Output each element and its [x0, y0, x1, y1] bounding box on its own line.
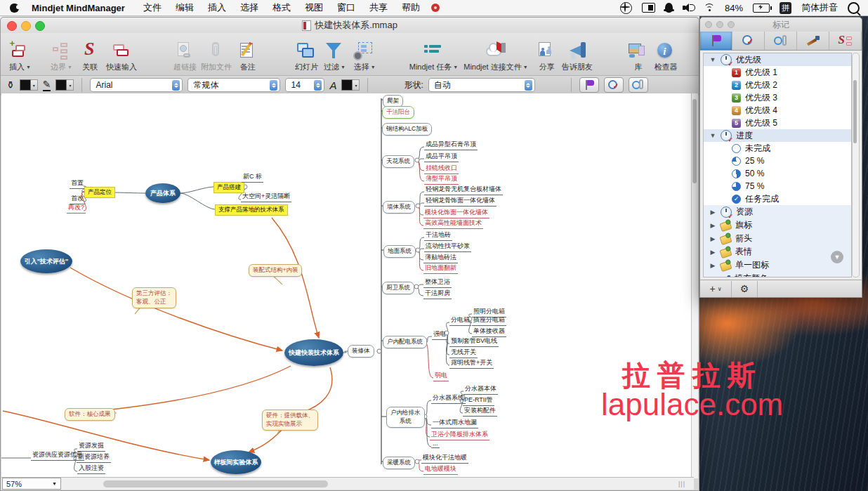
menu-item-8[interactable]: 帮助 — [395, 2, 427, 13]
map-node-n1[interactable]: 首置 — [70, 178, 85, 189]
map-node-n24[interactable]: 钢结构ALC加板 — [382, 123, 432, 136]
map-node-n44[interactable]: 强电 — [432, 329, 447, 340]
map-node-n42[interactable]: 干法厨房 — [423, 289, 452, 299]
map-node-n14[interactable]: 装修体 — [348, 345, 374, 358]
map-node-n40[interactable]: 厨卫系统 — [382, 282, 414, 294]
map-node-n31[interactable]: 轻钢龙骨无机复合板材墙体 — [424, 185, 503, 195]
disclosure-triangle[interactable]: ▼ — [709, 132, 716, 139]
shape-select[interactable]: 自动 — [428, 78, 535, 92]
relationship-line[interactable] — [69, 366, 291, 414]
apple-menu-icon[interactable] — [10, 4, 19, 13]
marker-item[interactable]: 25 % — [704, 155, 851, 167]
font-size-stepper[interactable]: 14 — [285, 78, 324, 92]
wifi-icon[interactable] — [704, 4, 715, 12]
toolbar-button-slides[interactable]: 幻灯片 — [295, 41, 318, 72]
disclosure-triangle[interactable]: ▼ — [709, 56, 716, 63]
relationship-line[interactable] — [272, 218, 319, 338]
toolbar-button-filter[interactable]: 过滤▼ — [324, 41, 346, 72]
map-node-n59[interactable]: 卫浴小降板排水体系 — [430, 430, 489, 440]
panel-scrollbar[interactable] — [852, 53, 860, 277]
globe-icon[interactable] — [620, 2, 632, 14]
map-node-n15[interactable]: 软件：核心成果 — [65, 408, 115, 421]
marker-group-进度[interactable]: ▼进度 — [704, 129, 851, 142]
map-node-n52[interactable]: 弱电 — [433, 371, 449, 381]
map-node-n11[interactable]: 第三方评估： 客观、公正 — [132, 287, 176, 308]
panel-tab-task-info[interactable]: ✓ — [732, 32, 765, 50]
toolbar-button-megaphone[interactable]: 告诉朋友 — [562, 41, 593, 72]
toolbar-button-share[interactable]: 分享 — [537, 41, 558, 72]
menu-item-0[interactable]: 文件 — [136, 2, 169, 13]
qq-icon[interactable] — [665, 3, 673, 13]
font-color-picker[interactable]: ▾ — [341, 79, 360, 91]
toolbar-button-note[interactable]: 备注 — [237, 41, 258, 72]
map-node-n48[interactable]: 单体接收器 — [472, 327, 506, 337]
fill-tool-icon[interactable]: ⚱ — [6, 79, 15, 91]
marker-group-填充颜色[interactable]: ▶填充颜色 — [704, 272, 851, 277]
map-node-n61[interactable]: 采暖系统 — [383, 457, 415, 469]
panel-titlebar[interactable]: 标记 — [700, 18, 862, 32]
map-node-n49[interactable]: 预制套管BV电线 — [449, 336, 499, 347]
marker-flag-button[interactable] — [579, 77, 599, 93]
panel-tab-relationship-style[interactable]: S — [829, 32, 862, 50]
map-node-n32[interactable]: 轻钢龙骨饰面一体化墙体 — [424, 196, 497, 207]
map-node-n3[interactable]: 再改? — [67, 203, 86, 214]
links-attachments-button[interactable] — [629, 77, 648, 93]
font-weight-select[interactable]: 常规体 — [188, 78, 280, 92]
marker-group-表情[interactable]: ▶表情 — [704, 245, 851, 258]
display-mirroring-icon[interactable] — [642, 3, 655, 13]
toolbar-button-inspector[interactable]: i检查器 — [655, 41, 678, 72]
vertical-scrollbar[interactable] — [691, 93, 698, 478]
volume-icon[interactable] — [683, 4, 694, 12]
map-node-n30[interactable]: 墙体系统 — [383, 201, 415, 214]
map-node-n35[interactable]: 地面系统 — [383, 245, 416, 258]
relationship-line[interactable] — [249, 429, 282, 452]
menu-item-6[interactable]: 窗口 — [330, 2, 362, 13]
map-node-n63[interactable]: 电地暖模块 — [423, 464, 458, 475]
marker-group-单一图标[interactable]: ▶单一图标 — [704, 258, 851, 272]
map-node-n7[interactable]: 新C 标 — [242, 172, 263, 183]
relationship-line[interactable] — [302, 367, 332, 412]
map-node-n18[interactable]: 资源发掘 — [77, 441, 105, 452]
add-marker-button[interactable]: +∨ — [700, 281, 732, 297]
disclosure-triangle[interactable]: ▶ — [709, 262, 716, 269]
menu-item-2[interactable]: 插入 — [201, 2, 233, 13]
marker-group-箭头[interactable]: ▶箭头 — [704, 232, 851, 245]
disclosure-triangle[interactable]: ▶ — [709, 209, 716, 216]
marker-group-优先级[interactable]: ▼优先级 — [704, 53, 851, 66]
disclosure-triangle[interactable]: ▶ — [709, 249, 716, 256]
map-node-n33[interactable]: 模块化饰面一体化墙体 — [423, 208, 489, 218]
map-node-n26[interactable]: 成品异型石膏吊顶 — [424, 140, 478, 150]
map-node-n41[interactable]: 整体卫浴 — [423, 277, 452, 288]
marker-item[interactable]: ✓任务完成 — [704, 192, 851, 205]
panel-tab-markers-flag[interactable] — [700, 32, 732, 50]
map-node-n54[interactable]: 分水器系统 — [431, 393, 466, 404]
map-node-n10[interactable]: 引入"技术评估" — [20, 249, 72, 273]
input-method-icon[interactable]: 拼 — [780, 2, 791, 14]
map-node-n19[interactable]: 新资源培养 — [77, 452, 111, 463]
disclosure-triangle[interactable]: ▶ — [709, 222, 716, 229]
toolbar-button-mcloud[interactable]: Mindjet 连接文件▼ — [463, 41, 527, 72]
map-node-n8[interactable]: 大空间+灵活隔断 — [241, 192, 291, 202]
map-canvas[interactable]: 首置首改再改?产品定位产品体系产品搭建新C 标大空间+灵活隔断支撑产品落地的技术… — [1, 93, 694, 478]
relationship-line[interactable] — [70, 268, 282, 351]
map-node-n56[interactable]: PE-RTII管 — [463, 395, 494, 406]
map-node-n43[interactable]: 户内配电系统 — [383, 336, 427, 348]
line-tool-icon[interactable]: ✎ — [43, 79, 51, 91]
scroll-down-button[interactable]: ▼ — [831, 251, 843, 263]
panel-tab-links-attachments[interactable] — [765, 32, 797, 50]
app-menu-title[interactable]: Mindjet MindManager — [32, 3, 125, 13]
font-family-select[interactable]: Arial — [90, 78, 183, 92]
marker-item[interactable]: 5优先级 5 — [704, 117, 851, 129]
toolbar-button-mtask[interactable]: Mindjet 任务▼ — [409, 41, 458, 72]
marker-item[interactable]: 50 % — [704, 167, 851, 180]
horizontal-scrollbar[interactable]: 57%▼ ||| — [1, 477, 694, 490]
map-node-n34[interactable]: 高效高性能墙面技术 — [423, 218, 483, 229]
marker-group-旗标[interactable]: ▶旗标 — [704, 218, 851, 232]
map-node-n6[interactable]: 产品搭建 — [213, 182, 244, 193]
map-node-n23[interactable]: 干法阳台 — [382, 106, 414, 119]
menu-extra-icon[interactable] — [431, 4, 440, 12]
marker-item[interactable]: 4优先级 4 — [704, 104, 851, 117]
toolbar-button-relation[interactable]: S关联 — [79, 41, 100, 72]
panel-tab-format[interactable] — [797, 32, 829, 50]
toolbar-button-library[interactable]: 库 — [628, 41, 649, 72]
